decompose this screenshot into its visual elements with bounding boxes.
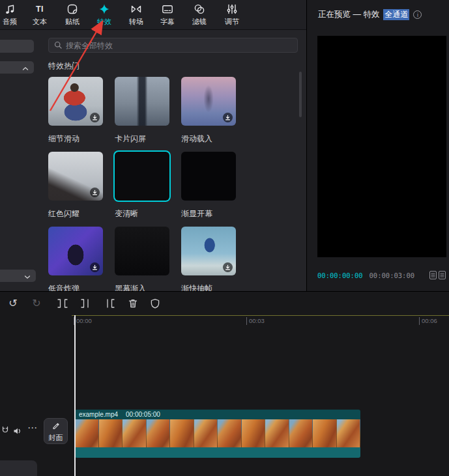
timeline-ruler[interactable]: 00:00 00:03 00:06 (0, 315, 449, 327)
effect-item[interactable]: 卡片闪屏 (115, 77, 169, 145)
timecode-bar: 00:00:00:00 00:00:03:00 (317, 271, 446, 279)
scrollbar[interactable] (299, 72, 302, 117)
film-frame (337, 419, 361, 447)
ruler-tick: 00:03 (246, 317, 265, 325)
channel-badge: 全通道 (383, 9, 409, 20)
toolbar-item-filter[interactable]: 滤镜 (184, 3, 214, 29)
effect-name: 渐快抽帧 (181, 283, 236, 291)
effect-thumbnail[interactable] (181, 227, 236, 275)
download-icon[interactable] (223, 262, 233, 272)
toolbar-label: 字幕 (160, 17, 175, 27)
toolbar-label: 滤镜 (192, 17, 207, 27)
toolbar-item-sticker[interactable]: 贴纸 (57, 3, 87, 29)
film-frame (147, 419, 171, 447)
collapse-panel-button[interactable] (0, 61, 34, 74)
more-options-icon[interactable]: ⋯ (27, 422, 38, 434)
effect-thumbnail[interactable] (48, 152, 103, 201)
shield-icon (149, 297, 162, 310)
redo-button[interactable]: ↻ (29, 296, 44, 311)
info-icon[interactable]: i (413, 10, 422, 19)
effect-thumbnail[interactable] (48, 227, 103, 275)
effect-name: 渐显开幕 (181, 208, 236, 219)
search-input[interactable] (66, 41, 292, 50)
captions-icon (161, 3, 174, 16)
download-icon[interactable] (223, 113, 233, 122)
effect-thumbnail[interactable] (115, 227, 169, 275)
effects-search-box (48, 38, 298, 53)
effect-item[interactable]: 低音炸弹 (48, 227, 103, 291)
effect-item[interactable]: 细节滑动 (48, 77, 103, 145)
preview-video (317, 36, 446, 257)
toolbar-item-audio[interactable]: 音频 (0, 3, 25, 29)
delete-button[interactable] (125, 296, 141, 311)
toolbar-item-captions[interactable]: 字幕 (152, 3, 182, 29)
effect-name: 变清晰 (115, 208, 169, 219)
effect-item[interactable]: 黑幕渐入 (115, 227, 169, 291)
sticker-icon (66, 3, 79, 16)
split-keep-left-icon (80, 297, 93, 310)
search-icon (54, 40, 62, 51)
preview-title: 正在预览 — 特效 (318, 9, 379, 20)
film-frame (289, 419, 313, 447)
toolbar-item-text[interactable]: TI 文本 (25, 3, 55, 29)
download-icon[interactable] (90, 262, 100, 272)
effect-item[interactable]: 渐快抽帧 (181, 227, 236, 291)
top-toolbar: 音频 TI 文本 贴纸 特效 转场 (0, 0, 307, 30)
effect-thumbnail[interactable] (181, 152, 236, 201)
ruler-tick: 00:06 (419, 317, 437, 325)
effect-item[interactable]: 滑动载入 (181, 77, 236, 145)
download-icon[interactable] (90, 188, 100, 197)
collapsed-corner-panel (0, 460, 37, 476)
split-button[interactable] (55, 296, 70, 311)
effect-thumbnail[interactable] (181, 77, 236, 126)
toolbar-label: 贴纸 (65, 17, 80, 27)
split-keep-left-button[interactable] (78, 296, 94, 311)
current-time: 00:00:00:00 (317, 272, 363, 279)
preview-panel: 正在预览 — 特效 全通道 i 00:00:00:00 00:00:03:00 (306, 0, 449, 291)
effect-name: 红色闪耀 (48, 208, 103, 219)
clip-duration: 00:00:05:00 (126, 411, 160, 418)
effect-item-selected[interactable]: 变清晰 (115, 152, 169, 219)
video-editor-window: 音频 TI 文本 贴纸 特效 转场 (0, 0, 449, 476)
magnet-icon[interactable] (1, 425, 9, 437)
speaker-icon[interactable] (13, 426, 22, 438)
chevron-down-icon (24, 270, 31, 282)
effect-thumbnail[interactable] (115, 152, 169, 201)
mask-button[interactable] (147, 296, 163, 311)
effects-star-icon (98, 3, 111, 16)
effect-item[interactable]: 渐显开幕 (181, 152, 236, 219)
effect-thumbnail[interactable] (48, 77, 103, 126)
toolbar-item-effects[interactable]: 特效 (89, 3, 119, 29)
cover-button[interactable]: 封面 (44, 418, 68, 444)
toolbar-item-transition[interactable]: 转场 (121, 3, 151, 29)
toolbar-label: 特效 (97, 17, 111, 27)
effects-section-title: 特效热门 (48, 61, 80, 72)
toolbar-item-adjust[interactable]: 调节 (217, 3, 247, 29)
layout-grid-icon[interactable] (429, 271, 446, 279)
effect-item[interactable]: 红色闪耀 (48, 152, 103, 219)
redo-icon: ↻ (32, 298, 40, 309)
clip-header: example.mp4 00:00:05:00 (75, 410, 360, 419)
effect-name: 细节滑动 (48, 133, 103, 145)
effect-name: 滑动载入 (181, 133, 236, 145)
clip-audio-track (75, 447, 360, 458)
film-frame (242, 419, 266, 447)
collapsed-panel-handle[interactable] (0, 40, 34, 53)
expand-panel-button[interactable] (0, 270, 36, 282)
download-icon[interactable] (90, 113, 100, 122)
toolbar-label: 调节 (225, 17, 239, 27)
film-frame (194, 419, 218, 447)
adjust-sliders-icon (225, 3, 239, 16)
clip-filmstrip (75, 419, 360, 447)
split-icon (56, 297, 69, 310)
video-clip[interactable]: example.mp4 00:00:05:00 (75, 410, 360, 458)
undo-button[interactable]: ↺ (5, 296, 21, 311)
film-frame (123, 419, 147, 447)
playhead[interactable] (74, 315, 76, 476)
trash-icon (126, 297, 139, 310)
pencil-icon (52, 420, 59, 432)
split-keep-right-button[interactable] (102, 296, 117, 311)
chevron-up-icon (22, 62, 29, 74)
ruler-tick: 00:00 (74, 317, 92, 325)
effect-thumbnail[interactable] (115, 77, 169, 126)
